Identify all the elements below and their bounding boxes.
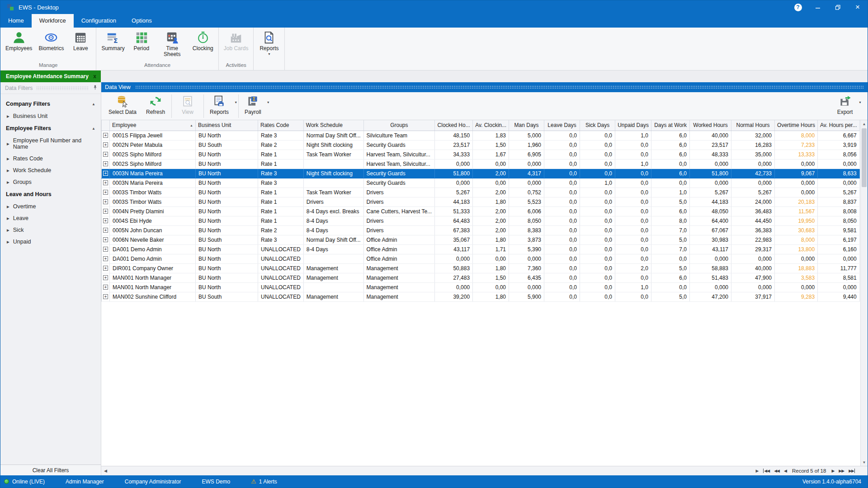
grid-cell-employee[interactable]: 0003S Timbor Watts — [110, 197, 196, 206]
close-icon[interactable]: × — [848, 0, 868, 14]
hscroll-right-icon[interactable]: ▶ — [755, 469, 759, 473]
grid-cell-av_hours_per[interactable]: 8,050 — [818, 216, 860, 225]
restore-icon[interactable] — [828, 0, 848, 14]
grid-cell-leave_days[interactable]: 0,0 — [544, 197, 580, 206]
grid-cell-clocked_hours[interactable]: 67,383 — [435, 225, 473, 235]
grid-cell-rates_code[interactable]: Rate 1 — [258, 188, 304, 197]
grid-cell-days_at_work[interactable]: 6,0 — [651, 273, 690, 282]
column-header-overtime_hours[interactable]: Overtime Hours — [775, 120, 818, 131]
hscroll-left-icon[interactable]: ◀ — [104, 469, 107, 473]
grid-cell-worked_hours[interactable]: 40,000 — [690, 131, 731, 140]
grid-cell-clocked_hours[interactable]: 39,200 — [435, 292, 473, 301]
grid-cell-groups[interactable]: Harvest Team, Silvicultur... — [363, 150, 435, 159]
grid-cell-av_hours_per[interactable]: 6,667 — [818, 131, 860, 140]
grid-cell-rates_code[interactable]: UNALLOCATED — [258, 292, 304, 301]
grid-cell-work_schedule[interactable] — [303, 159, 363, 169]
grid-cell-employee[interactable]: 0003N Maria Pereira — [110, 178, 196, 188]
grid-cell-business_unit[interactable]: BU North — [196, 263, 258, 273]
grid-cell-overtime_hours[interactable]: 3,583 — [775, 273, 818, 282]
grid-cell-work_schedule[interactable]: Task Team Worker — [303, 150, 363, 159]
grid-cell-overtime_hours[interactable]: 13,800 — [775, 244, 818, 254]
filter-item-sick[interactable]: ▶Sick — [0, 224, 101, 236]
grid-cell-groups[interactable]: Cane Cutters, Harvest Te... — [363, 206, 435, 216]
table-row[interactable]: +MAN001 North ManagerBU NorthUNALLOCATED… — [102, 273, 860, 282]
grid-cell-overtime_hours[interactable]: 0,000 — [775, 254, 818, 263]
prev-record-icon[interactable]: ◀ — [784, 469, 787, 473]
column-header-business_unit[interactable]: Business Unit — [196, 120, 258, 131]
column-header-rates_code[interactable]: Rates Code — [258, 120, 304, 131]
column-header-av_clocking[interactable]: Av. Clockin... — [473, 120, 509, 131]
grid-cell-rates_code[interactable]: Rate 1 — [258, 197, 304, 206]
filter-item-overtime[interactable]: ▶Overtime — [0, 201, 101, 212]
grid-cell-unpaid_days[interactable]: 0,0 — [615, 169, 651, 178]
grid-cell-groups[interactable]: Drivers — [363, 216, 435, 225]
grid-cell-employee[interactable]: MAN001 North Manager — [110, 273, 196, 282]
grid-cell-worked_hours[interactable]: 0,000 — [690, 254, 731, 263]
toolbar-reports-button[interactable]: Reports ▼ — [205, 94, 237, 119]
grid-cell-overtime_hours[interactable]: 8,000 — [775, 235, 818, 244]
grid-cell-work_schedule[interactable]: 8-4 Days — [303, 244, 363, 254]
grid-cell-unpaid_days[interactable]: 0,0 — [615, 188, 651, 197]
grid-cell-clocked_hours[interactable]: 34,333 — [435, 150, 473, 159]
payroll-button[interactable]: Σ Payroll ▼ — [240, 94, 269, 119]
expand-plus-icon[interactable]: + — [103, 133, 108, 138]
grid-cell-rates_code[interactable]: Rate 1 — [258, 159, 304, 169]
grid-cell-unpaid_days[interactable]: 0,0 — [615, 235, 651, 244]
expand-plus-icon[interactable]: + — [103, 256, 108, 261]
grid-cell-normal_hours[interactable]: 0,000 — [731, 159, 775, 169]
column-header-worked_hours[interactable]: Worked Hours — [690, 120, 731, 131]
ribbon-reports-button[interactable]: Reports ▼ — [255, 28, 283, 56]
grid-cell-unpaid_days[interactable]: 0,0 — [615, 244, 651, 254]
grid-cell-work_schedule[interactable]: Management — [303, 292, 363, 301]
grid-cell-days_at_work[interactable]: 6,0 — [651, 140, 690, 150]
grid-cell-av_clocking[interactable]: 1,71 — [473, 244, 509, 254]
grid-cell-av_hours_per[interactable]: 8,837 — [818, 197, 860, 206]
expand-plus-icon[interactable]: + — [103, 218, 108, 223]
grid-cell-business_unit[interactable]: BU North — [196, 254, 258, 263]
tab-close-icon[interactable]: x — [93, 73, 96, 80]
grid-cell-employee[interactable]: DA001 Demo Admin — [110, 244, 196, 254]
grid-cell-clocked_hours[interactable]: 43,117 — [435, 244, 473, 254]
grid-cell-sick_days[interactable]: 0,0 — [580, 197, 615, 206]
expand-plus-icon[interactable]: + — [103, 266, 108, 271]
collapse-icon[interactable]: ▲ — [92, 127, 95, 131]
column-header-normal_hours[interactable]: Normal Hours — [731, 120, 775, 131]
grid-cell-normal_hours[interactable]: 24,000 — [731, 197, 775, 206]
grid-cell-av_clocking[interactable]: 1,80 — [473, 263, 509, 273]
grid-cell-normal_hours[interactable]: 37,917 — [731, 292, 775, 301]
grid-cell-worked_hours[interactable]: 51,800 — [690, 169, 731, 178]
grid-cell-clocked_hours[interactable]: 35,067 — [435, 235, 473, 244]
expand-plus-icon[interactable]: + — [103, 209, 108, 214]
grid-cell-employee[interactable]: 0003N Maria Pereira — [110, 169, 196, 178]
grid-cell-worked_hours[interactable]: 30,983 — [690, 235, 731, 244]
clocking-button[interactable]: Clocking — [189, 28, 217, 52]
grid-cell-business_unit[interactable]: BU North — [196, 188, 258, 197]
grid-cell-av_clocking[interactable]: 0,00 — [473, 159, 509, 169]
expand-plus-icon[interactable]: + — [103, 247, 108, 252]
grid-cell-overtime_hours[interactable]: 11,567 — [775, 206, 818, 216]
vertical-scrollbar[interactable]: ▲ ▼ — [860, 120, 868, 466]
grid-cell-rates_code[interactable]: Rate 2 — [258, 225, 304, 235]
grid-cell-groups[interactable]: Office Admin — [363, 244, 435, 254]
grid-cell-groups[interactable]: Harvest Team, Silvicultur... — [363, 159, 435, 169]
filter-section-employee[interactable]: Employee Filters ▲ — [0, 122, 101, 135]
expand-plus-icon[interactable]: + — [103, 161, 108, 166]
grid-cell-sick_days[interactable]: 0,0 — [580, 263, 615, 273]
grid-cell-worked_hours[interactable]: 58,883 — [690, 263, 731, 273]
table-row[interactable]: +DA001 Demo AdminBU NorthUNALLOCATED8-4 … — [102, 244, 860, 254]
grid-cell-worked_hours[interactable]: 48,333 — [690, 150, 731, 159]
grid-cell-unpaid_days[interactable]: 1,0 — [615, 131, 651, 140]
grid-cell-av_clocking[interactable]: 1,80 — [473, 292, 509, 301]
grid-cell-days_at_work[interactable]: 0,0 — [651, 254, 690, 263]
grid-cell-normal_hours[interactable]: 16,283 — [731, 140, 775, 150]
table-row[interactable]: +0001S Filippa JewellBU NorthRate 3Norma… — [102, 131, 860, 140]
grid-cell-sick_days[interactable]: 0,0 — [580, 140, 615, 150]
grid-cell-normal_hours[interactable]: 36,383 — [731, 225, 775, 235]
refresh-button[interactable]: Refresh — [141, 94, 170, 119]
grid-cell-leave_days[interactable]: 0,0 — [544, 263, 580, 273]
grid-cell-work_schedule[interactable]: 8-4 Days — [303, 216, 363, 225]
grid-cell-leave_days[interactable]: 0,0 — [544, 169, 580, 178]
grid-cell-sick_days[interactable]: 0,0 — [580, 244, 615, 254]
grid-cell-employee[interactable]: 0002S Sipho Milford — [110, 159, 196, 169]
grid-cell-normal_hours[interactable]: 44,450 — [731, 216, 775, 225]
